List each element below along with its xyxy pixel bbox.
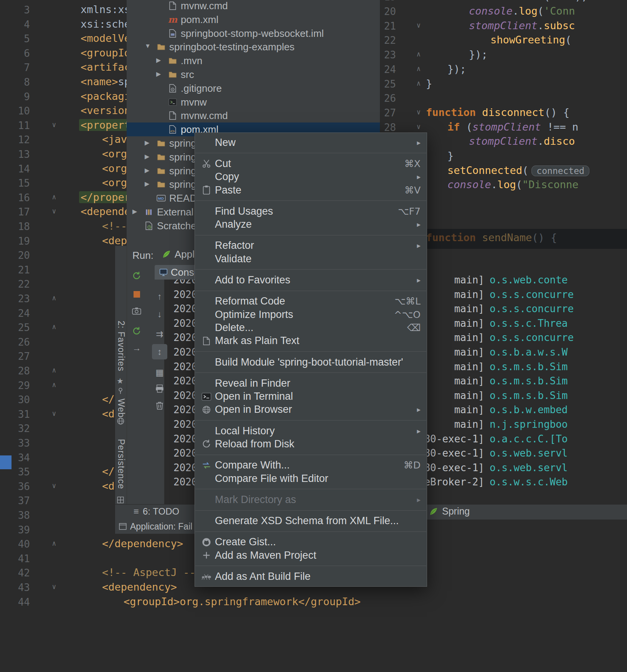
menu-item-copy[interactable]: Copy▸ [195,170,427,184]
tree-item[interactable]: ▶src [127,68,380,81]
code-token: showGreeting [490,34,565,46]
line-number: 33 [12,437,30,449]
chevron-down-icon[interactable]: ▼ [145,43,151,50]
restart-icon[interactable] [129,323,144,339]
fold-marker[interactable]: ∨ [48,121,60,129]
tree-item[interactable]: mvnw.cmd [127,0,380,13]
tab-spring[interactable]: Spring [429,506,470,517]
menu-item-reformat-code[interactable]: Reformat Code⌥⌘L [195,295,427,308]
fold-marker[interactable]: ∧ [48,381,60,389]
menu-item-label: Add to Favorites [215,274,410,286]
tree-item[interactable]: ▶.mvn [127,54,380,68]
log-timestamp: 2020 [173,361,198,376]
print-icon[interactable] [152,381,167,396]
menu-item-add-as-ant-build-file[interactable]: Add as Ant Build File [195,570,427,583]
menu-item-open-in-terminal[interactable]: Open in Terminal [195,390,427,403]
left-tool-window-stripe[interactable]: 2: Favorites★WebPersistence [115,246,127,534]
globe-icon [200,404,213,415]
up-arrow-icon[interactable]: ↑ [152,289,167,304]
fold-marker[interactable]: ∨ [48,583,60,591]
menu-item-mark-as-plain-text[interactable]: Mark as Plain Text [195,334,427,348]
fold-marker[interactable]: ∨ [413,122,424,131]
stop-icon[interactable] [129,286,144,302]
menu-item-shortcut: ⌘V [404,185,421,196]
fold-marker[interactable]: ∨ [48,409,60,417]
log-timestamp: 2020 [173,289,198,303]
chevron-right-icon[interactable]: ▶ [145,180,149,187]
application-status-text: Application: Fail [130,521,192,532]
fold-marker[interactable]: ∧ [413,65,424,73]
soft-wrap-icon[interactable]: ⇉ [152,326,167,342]
line-number: 20 [380,6,396,17]
code-text: }); [447,63,466,75]
menu-item-cut[interactable]: Cut⌘X [195,157,427,170]
tree-item[interactable]: .gitignore [127,81,380,95]
fold-marker[interactable]: ∨ [413,21,424,29]
down-arrow-icon[interactable]: ↓ [152,306,167,322]
menu-item-local-history[interactable]: Local History▸ [195,424,427,437]
menu-item-optimize-imports[interactable]: Optimize Imports^⌥O [195,308,427,321]
menu-separator [195,269,426,270]
fold-marker[interactable]: ∧ [48,323,60,331]
tree-item[interactable]: mpom.xml [127,13,380,26]
tree-item[interactable]: mvnw [127,95,380,109]
camera-icon[interactable] [129,303,144,319]
import-icon[interactable]: → [129,340,144,356]
persistence-icon[interactable] [117,496,124,504]
active-tool-window-stripe-indicator[interactable] [0,455,12,469]
scroll-end-icon[interactable]: ↕ [152,344,167,359]
menu-item-create-gist[interactable]: Create Gist... [195,536,427,549]
menu-item-add-as-maven-project[interactable]: Add as Maven Project [195,549,427,562]
menu-item-compare-with[interactable]: Compare With...⌘D [195,459,427,472]
fold-marker[interactable]: ∧ [48,294,60,302]
chevron-right-icon[interactable]: ▶ [156,70,161,78]
line-number: 42 [12,567,30,579]
fold-marker[interactable]: ∨ [413,108,424,116]
code-token: <groupId [81,47,130,59]
split-icon[interactable]: ▦ [152,365,167,380]
fold-marker[interactable]: ∧ [48,366,60,374]
fold-marker[interactable]: ∨ [48,482,60,490]
tool-window-button-persistence[interactable]: Persistence [116,439,126,489]
tree-item-label: mvnw.cmd [181,0,228,12]
scratch-file-icon [144,221,154,231]
menu-item-delete[interactable]: Delete...⌫ [195,321,427,334]
tool-window-button-favorites[interactable]: 2: Favorites [116,321,126,371]
menu-item-validate[interactable]: Validate [195,252,427,265]
tree-item[interactable]: springboot-stomp-websocket.iml [127,26,380,40]
chevron-right-icon[interactable]: ▶ [132,208,137,215]
pin-icon[interactable] [117,387,124,395]
code-text: stompClient.disco [469,135,575,147]
window-icon [119,523,127,530]
chevron-right-icon[interactable]: ▶ [145,167,149,174]
fold-marker[interactable]: ∧ [48,193,60,201]
menu-item-reload-from-disk[interactable]: Reload from Disk [195,437,427,450]
menu-item-refactor[interactable]: Refactor▸ [195,239,427,252]
menu-item-new[interactable]: New▸ [195,136,427,149]
web-globe-icon[interactable] [117,417,125,425]
menu-item-generate-xsd-schema-from-xml-file[interactable]: Generate XSD Schema from XML File... [195,515,427,528]
tree-item[interactable]: mvnw.cmd [127,109,380,122]
menu-item-add-to-favorites[interactable]: Add to Favorites▸ [195,273,427,286]
chevron-right-icon[interactable]: ▶ [145,139,149,146]
fold-marker[interactable]: ∧ [413,79,424,87]
menu-item-reveal-in-finder[interactable]: Reveal in Finder [195,377,427,390]
menu-item-analyze[interactable]: Analyze▸ [195,218,427,231]
trash-icon[interactable] [152,398,167,413]
menu-item-open-in-browser[interactable]: Open in Browser▸ [195,403,427,416]
menu-item-find-usages[interactable]: Find Usages⌥F7 [195,205,427,218]
tool-window-button-web[interactable]: Web [116,399,126,418]
code-token: } [426,78,432,89]
menu-item-build-module-spring-boot-tutorial-master[interactable]: Build Module 'spring-boot-tutorial-maste… [195,356,427,369]
menu-item-compare-file-with-editor[interactable]: Compare File with Editor [195,472,427,485]
tree-item[interactable]: ▼springboot-testing-examples [127,40,380,54]
menu-item-paste[interactable]: Paste⌘V [195,184,427,197]
tab-todo[interactable]: ≡6: TODO [134,506,179,517]
fold-marker[interactable]: ∧ [413,50,424,58]
star-icon[interactable]: ★ [117,377,124,385]
fold-marker[interactable]: ∧ [48,539,60,547]
fold-marker[interactable]: ∨ [48,207,60,215]
chevron-right-icon[interactable]: ▶ [156,56,161,64]
chevron-right-icon[interactable]: ▶ [145,153,149,160]
rerun-icon[interactable] [129,268,144,283]
